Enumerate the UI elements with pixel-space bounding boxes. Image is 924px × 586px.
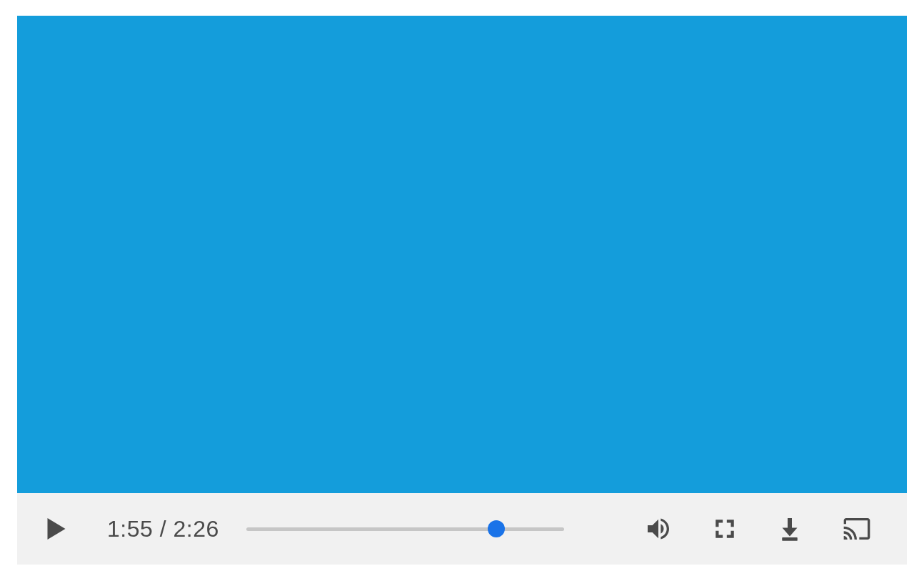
play-button[interactable] [46,516,67,542]
video-surface[interactable] [17,16,907,493]
volume-button[interactable] [644,515,673,543]
current-time: 1:55 [107,516,153,542]
duration: 2:26 [173,516,219,542]
time-separator: / [153,516,173,542]
play-icon [46,516,67,542]
progress-thumb[interactable] [488,520,505,537]
control-bar: 1:55 / 2:26 [17,493,907,565]
video-player: 1:55 / 2:26 [17,16,907,565]
time-display: 1:55 / 2:26 [107,516,219,542]
progress-slider[interactable] [246,527,564,531]
download-button[interactable] [777,516,803,542]
svg-rect-0 [782,537,797,541]
fullscreen-icon [713,517,737,541]
progress-track [246,527,564,531]
fullscreen-button[interactable] [713,517,737,541]
volume-icon [644,515,673,543]
cast-icon [843,515,871,543]
cast-button[interactable] [843,515,871,543]
download-icon [777,516,803,542]
